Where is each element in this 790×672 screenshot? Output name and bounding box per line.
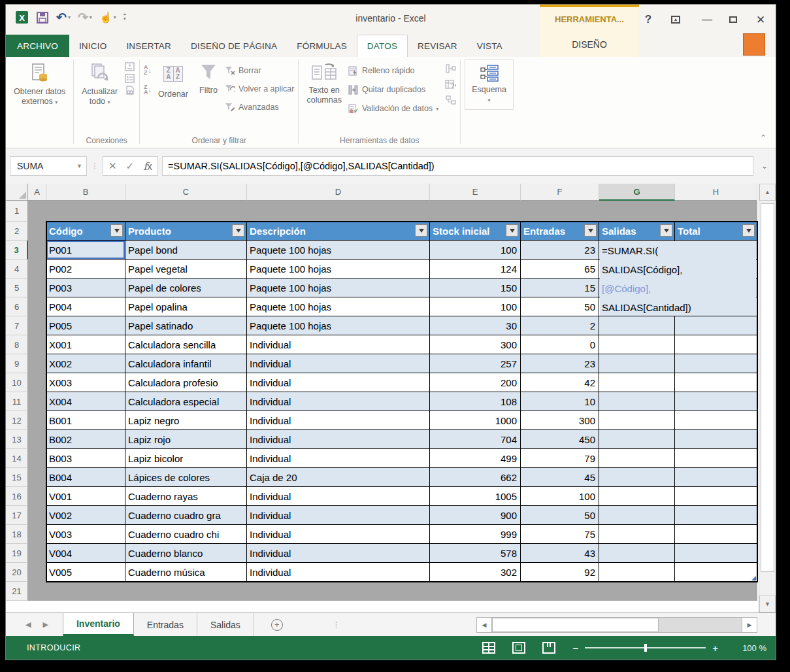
- filter-dropdown-icon[interactable]: [506, 224, 518, 237]
- account-avatar[interactable]: [743, 33, 765, 56]
- cell-A5[interactable]: [28, 278, 46, 297]
- cell-C10[interactable]: Calculadora profesio: [125, 373, 247, 392]
- cell-C6[interactable]: Papel opalina: [125, 297, 247, 316]
- cell-D11[interactable]: Individual: [247, 392, 430, 411]
- cell-H16[interactable]: [675, 487, 757, 506]
- row-header-14[interactable]: 14: [6, 449, 28, 468]
- cell-B7[interactable]: P005: [46, 316, 125, 335]
- cell-E14[interactable]: 499: [430, 449, 521, 468]
- cell-F16[interactable]: 100: [521, 487, 599, 506]
- cell-B10[interactable]: X003: [46, 373, 125, 392]
- cell-D8[interactable]: Individual: [247, 335, 430, 354]
- cell-B21[interactable]: [46, 582, 125, 601]
- confirm-entry-icon[interactable]: ✓: [126, 160, 135, 172]
- cell-C19[interactable]: Cuaderno blanco: [125, 544, 247, 563]
- cell-B6[interactable]: P004: [46, 297, 125, 316]
- esquema-button[interactable]: Esquema▾: [465, 59, 514, 110]
- cell-A12[interactable]: [28, 411, 46, 430]
- cell-E9[interactable]: 257: [430, 354, 521, 373]
- row-header-20[interactable]: 20: [6, 563, 28, 582]
- row-header-9[interactable]: 9: [6, 354, 28, 373]
- cell-A8[interactable]: [28, 335, 46, 354]
- cell-G8[interactable]: [599, 335, 675, 354]
- cell-E13[interactable]: 704: [430, 430, 521, 449]
- cell-H11[interactable]: [675, 392, 757, 411]
- cell-C2[interactable]: Producto: [125, 222, 247, 241]
- quitar-duplicados-button[interactable]: Quitar duplicados: [348, 82, 438, 97]
- cell-F7[interactable]: 2: [521, 316, 599, 335]
- cell-D14[interactable]: Individual: [247, 449, 430, 468]
- row-header-21[interactable]: 21: [6, 582, 28, 601]
- cell-H8[interactable]: [675, 335, 757, 354]
- relaciones-icon[interactable]: [445, 95, 456, 105]
- borrar-button[interactable]: Borrar: [225, 63, 294, 78]
- cell-C20[interactable]: Cuaderno música: [125, 563, 247, 582]
- cell-B9[interactable]: X002: [46, 354, 125, 373]
- cell-H21[interactable]: [675, 582, 757, 601]
- filter-dropdown-icon[interactable]: [415, 224, 427, 237]
- cell-D7[interactable]: Paquete 100 hojas: [247, 316, 430, 335]
- cancel-entry-icon[interactable]: ✕: [108, 160, 117, 172]
- cell-C17[interactable]: Cuaderno cuadro gra: [125, 506, 247, 525]
- normal-view-icon[interactable]: [482, 642, 495, 654]
- row-header-8[interactable]: 8: [6, 335, 28, 354]
- tab-formulas[interactable]: FÓRMULAS: [287, 35, 357, 57]
- cell-edit-overlay[interactable]: =SUMAR.SI(SALIDAS[Código],[@Código],SALI…: [600, 241, 756, 316]
- customize-qat-icon[interactable]: ▾: [123, 14, 126, 22]
- row-header-15[interactable]: 15: [6, 468, 28, 487]
- filter-dropdown-icon[interactable]: [110, 224, 123, 237]
- filtro-button[interactable]: Filtro: [195, 59, 222, 98]
- tab-scroll-grip[interactable]: ⋮: [326, 613, 347, 636]
- cell-F2[interactable]: Entradas: [521, 222, 599, 241]
- cell-A4[interactable]: [28, 260, 46, 278]
- cell-D21[interactable]: [247, 582, 430, 601]
- cell-C12[interactable]: Lapiz negro: [125, 411, 247, 430]
- cell-G14[interactable]: [599, 449, 675, 468]
- cell-D12[interactable]: Individual: [247, 411, 430, 430]
- cell-G20[interactable]: [599, 563, 675, 582]
- cell-E3[interactable]: 100: [430, 241, 521, 260]
- tab-insertar[interactable]: INSERTAR: [116, 35, 181, 57]
- cell-B8[interactable]: X001: [46, 335, 125, 354]
- cell-A17[interactable]: [28, 506, 46, 525]
- new-sheet-button[interactable]: +: [254, 613, 300, 636]
- hscroll-track[interactable]: [492, 617, 742, 633]
- cell-F17[interactable]: 50: [521, 506, 599, 525]
- cell-E20[interactable]: 302: [430, 563, 521, 582]
- cell-G18[interactable]: [599, 525, 675, 544]
- cell-A16[interactable]: [28, 487, 46, 506]
- cell-A13[interactable]: [28, 430, 46, 449]
- cell-D19[interactable]: Individual: [247, 544, 430, 563]
- column-header-E[interactable]: E: [430, 184, 521, 201]
- cell-D6[interactable]: Paquete 100 hojas: [247, 297, 430, 316]
- analisis-hipotesis-icon[interactable]: ?▾: [445, 79, 456, 90]
- cell-H10[interactable]: [675, 373, 757, 392]
- cell-H17[interactable]: [675, 506, 757, 525]
- horizontal-scrollbar[interactable]: ◀ ▶: [476, 617, 757, 633]
- cell-A20[interactable]: [28, 563, 46, 582]
- cell-F18[interactable]: 75: [521, 525, 599, 544]
- filter-dropdown-icon[interactable]: [232, 224, 244, 237]
- collapse-ribbon-icon[interactable]: ⌃: [760, 133, 766, 143]
- texto-en-columnas-button[interactable]: Texto encolumnas: [303, 59, 346, 108]
- cell-A3[interactable]: [28, 241, 46, 260]
- contextual-group-title[interactable]: HERRAMIENTA...: [540, 14, 639, 24]
- row-header-12[interactable]: 12: [6, 411, 28, 430]
- cell-F5[interactable]: 15: [521, 278, 599, 297]
- cell-E12[interactable]: 1000: [430, 411, 521, 430]
- cell-G15[interactable]: [599, 468, 675, 487]
- cell-D13[interactable]: Individual: [247, 430, 430, 449]
- sheet-nav-left-icon[interactable]: ◀: [25, 620, 31, 629]
- row-header-4[interactable]: 4: [6, 260, 28, 278]
- cell-H1[interactable]: [675, 201, 757, 222]
- tab-datos[interactable]: DATOS: [357, 35, 408, 57]
- row-header-19[interactable]: 19: [6, 544, 28, 563]
- cell-H14[interactable]: [675, 449, 757, 468]
- cell-F10[interactable]: 42: [521, 373, 599, 392]
- filter-dropdown-icon[interactable]: [584, 224, 597, 237]
- avanzadas-button[interactable]: Avanzadas: [225, 100, 294, 114]
- obtener-datos-externos-button[interactable]: Obtener datosexternos ▾: [10, 59, 69, 110]
- cell-F14[interactable]: 79: [521, 449, 599, 468]
- cell-A7[interactable]: [28, 316, 46, 335]
- cell-G1[interactable]: [599, 201, 675, 222]
